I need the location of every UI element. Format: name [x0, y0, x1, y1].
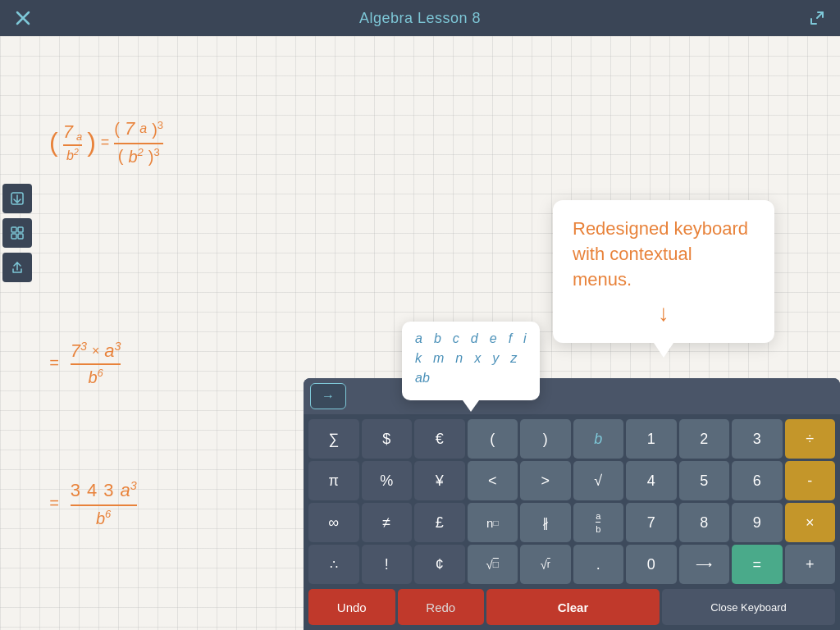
svg-rect-8 — [18, 234, 23, 239]
var-y[interactable]: y — [492, 351, 499, 366]
math-keyboard: → ∑ $ € ( ) b 1 2 3 ÷ π % ¥ < > √ — [304, 378, 840, 630]
math-expression-1: ( 7 a b2 ) = ( 7 a )3 — [49, 118, 163, 167]
var-i[interactable]: i — [523, 331, 527, 346]
var-b[interactable]: b — [434, 331, 441, 346]
tooltip-popup: Redesigned keyboard with contextual menu… — [553, 200, 774, 343]
var-row-2: k m n x y z — [415, 351, 527, 366]
keyboard-top-row: → — [304, 378, 840, 414]
tooltip-text: Redesigned keyboard with contextual menu… — [573, 217, 755, 292]
key-plus[interactable]: + — [785, 545, 836, 584]
key-sqrt-box[interactable]: √□ — [468, 545, 518, 584]
key-minus[interactable]: - — [785, 461, 836, 500]
var-ab[interactable]: ab — [415, 371, 430, 386]
key-sigma[interactable]: ∑ — [308, 419, 359, 459]
key-divide[interactable]: ÷ — [785, 419, 836, 459]
share-tool-button[interactable] — [2, 253, 32, 282]
key-8[interactable]: 8 — [679, 503, 730, 542]
key-percent[interactable]: % — [362, 461, 413, 500]
var-m[interactable]: m — [433, 351, 444, 366]
key-pound[interactable]: £ — [414, 503, 465, 542]
key-equals[interactable]: = — [732, 545, 783, 584]
variable-popup[interactable]: a b c d e f i k m n x y z ab — [402, 322, 540, 400]
var-row-3: ab — [415, 371, 527, 386]
redo-button[interactable]: Redo — [398, 589, 485, 625]
var-n[interactable]: n — [455, 351, 463, 366]
svg-rect-7 — [11, 234, 16, 239]
undo-button[interactable]: Undo — [308, 589, 395, 625]
key-sqrt[interactable]: √ — [573, 461, 624, 500]
key-euro[interactable]: € — [414, 419, 465, 459]
keyboard-grid: ∑ $ € ( ) b 1 2 3 ÷ π % ¥ < > √ 4 5 6 — [304, 414, 840, 584]
key-4[interactable]: 4 — [626, 461, 677, 500]
keyboard-bottom-row: Undo Redo Clear Close Keyboard — [304, 584, 840, 630]
var-d[interactable]: d — [471, 331, 478, 346]
var-e[interactable]: e — [490, 331, 497, 346]
key-dollar[interactable]: $ — [362, 419, 413, 459]
key-7[interactable]: 7 — [626, 503, 677, 542]
close-keyboard-button[interactable]: Close Keyboard — [662, 589, 835, 625]
import-tool-button[interactable] — [2, 184, 32, 213]
tooltip-arrow-icon: ↓ — [573, 300, 755, 326]
key-infinity[interactable]: ∞ — [308, 503, 359, 542]
key-multiply[interactable]: × — [785, 503, 836, 542]
grid-tool-button[interactable] — [2, 218, 32, 248]
math-expression-2: = 73 × a3 b6 — [49, 340, 121, 387]
keyboard-arrow-button[interactable]: → — [310, 383, 346, 409]
svg-rect-6 — [18, 227, 23, 232]
key-fraction[interactable]: a b — [573, 503, 624, 542]
var-x[interactable]: x — [474, 351, 481, 366]
math-expression-3: = 3 4 3 a3 b6 — [49, 479, 137, 528]
key-9[interactable]: 9 — [732, 503, 783, 542]
key-b-var[interactable]: b — [573, 419, 624, 459]
key-5[interactable]: 5 — [679, 461, 730, 500]
key-rparen[interactable]: ) — [520, 419, 571, 459]
titlebar: Algebra Lesson 8 — [0, 0, 840, 36]
key-1[interactable]: 1 — [626, 419, 677, 459]
key-gt[interactable]: > — [520, 461, 571, 500]
var-a[interactable]: a — [415, 331, 422, 346]
key-6[interactable]: 6 — [732, 461, 783, 500]
key-pi[interactable]: π — [308, 461, 359, 500]
key-exclaim[interactable]: ! — [362, 545, 413, 584]
var-c[interactable]: c — [453, 331, 459, 346]
main-area: ( 7 a b2 ) = ( 7 a )3 — [0, 36, 840, 630]
key-sqrt-r[interactable]: √r — [520, 545, 571, 584]
key-notparallel[interactable]: ∦ — [520, 503, 571, 542]
key-n-power[interactable]: n□ — [468, 503, 518, 542]
page-title: Algebra Lesson 8 — [359, 10, 481, 27]
expand-button[interactable] — [807, 8, 827, 28]
close-button[interactable] — [13, 8, 33, 28]
var-z[interactable]: z — [510, 351, 517, 366]
left-sidebar — [0, 36, 34, 430]
var-f[interactable]: f — [509, 331, 512, 346]
svg-rect-5 — [11, 227, 16, 232]
key-cent[interactable]: ¢ — [414, 545, 465, 584]
key-lt[interactable]: < — [468, 461, 518, 500]
var-row-1: a b c d e f i — [415, 331, 527, 346]
key-yen[interactable]: ¥ — [414, 461, 465, 500]
math-canvas[interactable]: ( 7 a b2 ) = ( 7 a )3 — [0, 36, 840, 630]
svg-line-2 — [817, 12, 823, 18]
key-0[interactable]: 0 — [626, 545, 677, 584]
clear-button[interactable]: Clear — [486, 589, 660, 625]
key-notequal[interactable]: ≠ — [362, 503, 413, 542]
key-therefore[interactable]: ∴ — [308, 545, 359, 584]
key-lparen[interactable]: ( — [468, 419, 518, 459]
key-3[interactable]: 3 — [732, 419, 783, 459]
key-arrow-right[interactable]: ⟶ — [679, 545, 730, 584]
var-k[interactable]: k — [415, 351, 422, 366]
key-dot[interactable]: . — [573, 545, 624, 584]
key-2[interactable]: 2 — [679, 419, 730, 459]
